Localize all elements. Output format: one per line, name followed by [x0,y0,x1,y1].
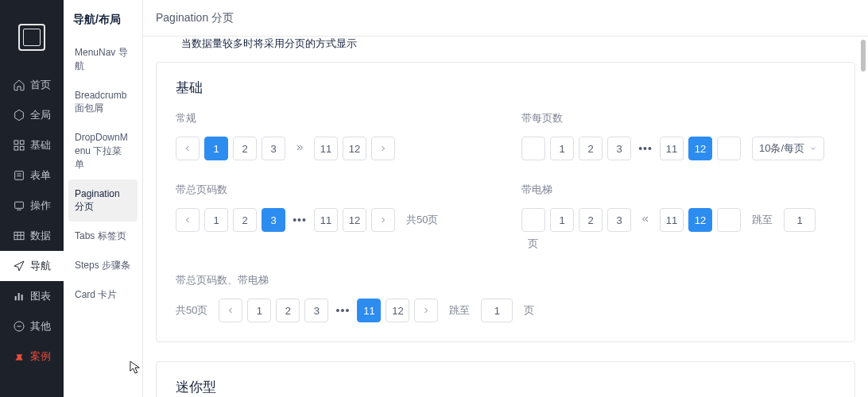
page-button[interactable]: 1 [247,299,271,322]
svg-rect-6 [14,232,24,239]
pagination-perpage: 1 2 3 ••• 11 12 10条/每页 [521,137,835,160]
page-button[interactable]: 3 [304,299,328,322]
menu-item-breadcrumb[interactable]: Breadcrumb 面包屑 [68,81,138,124]
page-button[interactable]: 12 [343,137,366,160]
card-title: 迷你型 [176,378,835,396]
menu-item-tabs[interactable]: Tabs 标签页 [68,222,138,251]
next-button[interactable] [371,137,395,160]
jump-input[interactable] [481,299,513,322]
prev-button[interactable] [219,299,242,322]
svg-rect-9 [21,295,23,300]
jump-label: 跳至 [449,303,470,318]
jump-input[interactable] [784,208,816,232]
ellipsis-icon[interactable]: ••• [290,214,309,226]
page-button[interactable]: 3 [262,137,285,160]
next-button[interactable] [717,208,741,232]
page-button[interactable]: 2 [579,208,603,232]
secondary-sidebar: 导航/布局 MenuNav 导航 Breadcrumb 面包屑 DropDown… [64,0,143,397]
menu-item-steps[interactable]: Steps 步骤条 [68,251,138,280]
page-size-select[interactable]: 10条/每页 [752,137,824,160]
total-text: 共50页 [406,213,438,227]
page-header: Pagination 分页 [143,0,868,37]
ellipsis-icon[interactable]: ••• [333,304,352,317]
svg-rect-8 [18,293,20,300]
prev-button[interactable] [521,137,545,160]
page-button[interactable]: 11 [660,137,684,160]
page-button[interactable]: 1 [550,137,574,160]
page-button[interactable]: 12 [688,137,712,160]
page-button[interactable]: 12 [386,299,409,322]
page-button[interactable]: 2 [579,137,603,160]
card-title: 基础 [176,79,835,97]
page-title: Pagination 分页 [156,11,234,25]
page-button[interactable]: 11 [660,208,684,232]
menu-item-dropdown[interactable]: DropDownMenu 下拉菜单 [68,123,138,179]
pagination-total: 1 2 3 ••• 11 12 共50页 [176,208,490,232]
main-content: Pagination 分页 当数据量较多时将采用分页的方式显示 基础 常规 1 … [143,0,868,397]
scrollbar-thumb[interactable] [861,40,866,71]
page-button[interactable]: 11 [357,299,381,322]
nav-global[interactable]: 全局 [0,100,64,130]
nav-data[interactable]: 数据 [0,221,64,251]
page-button[interactable]: 12 [688,208,712,232]
page-button[interactable]: 1 [204,137,228,160]
prev-button[interactable] [176,137,200,160]
forward-jump-icon[interactable] [290,142,309,155]
svg-rect-3 [20,146,24,150]
page-button[interactable]: 2 [233,137,257,160]
section-label: 带每页数 [521,111,835,125]
svg-rect-1 [20,141,24,145]
svg-rect-5 [15,202,24,208]
page-button[interactable]: 2 [276,299,300,322]
menu-item-card[interactable]: Card 卡片 [68,280,138,310]
page-button[interactable]: 1 [550,208,574,232]
back-jump-icon[interactable] [636,214,655,226]
menu-item-menunav[interactable]: MenuNav 导航 [68,38,138,81]
nav-home[interactable]: 首页 [0,70,64,100]
next-button[interactable] [371,208,395,232]
section-label: 常规 [176,111,490,125]
page-button[interactable]: 1 [204,208,228,232]
nav-other[interactable]: 其他 [0,311,64,341]
svg-rect-2 [14,146,18,150]
jump-unit: 页 [524,303,534,318]
page-button[interactable]: 3 [262,208,285,232]
next-button[interactable] [414,299,438,322]
nav-form[interactable]: 表单 [0,160,64,191]
page-button[interactable]: 3 [607,208,631,232]
nav-chart[interactable]: 图表 [0,281,64,311]
nav-label: 基础 [30,138,51,152]
truncated-description: 当数据量较多时将采用分页的方式显示 [181,37,730,51]
nav-cases[interactable]: 案例 [0,341,64,372]
pagination-total-elevator: 共50页 1 2 3 ••• 11 12 跳至 页 [176,299,835,322]
svg-rect-4 [15,172,24,180]
svg-rect-7 [15,296,17,300]
section-label: 带总页码数 [176,183,490,197]
svg-rect-0 [14,141,18,145]
page-button[interactable]: 3 [607,137,631,160]
page-button[interactable]: 11 [314,208,338,232]
page-button[interactable]: 11 [314,137,338,160]
nav-navigation[interactable]: 导航 [0,251,64,281]
nav-label: 表单 [30,168,51,183]
nav-label: 其他 [30,319,51,333]
prev-button[interactable] [176,208,200,232]
jump-label: 跳至 [752,213,773,227]
section-label: 带总页码数、带电梯 [176,273,835,287]
nav-label: 导航 [30,259,51,273]
menu-item-pagination[interactable]: Pagination 分页 [68,179,138,222]
nav-label: 图表 [30,289,51,303]
logo-icon[interactable] [18,24,45,51]
sidebar-group-title: 导航/布局 [64,13,142,38]
prev-button[interactable] [521,208,545,232]
next-button[interactable] [717,137,741,160]
card-basic: 基础 常规 1 2 3 11 12 带每页数 [156,62,855,342]
page-button[interactable]: 2 [233,208,257,232]
nav-label: 数据 [30,229,51,243]
nav-action[interactable]: 操作 [0,191,64,221]
nav-basic[interactable]: 基础 [0,130,64,160]
total-text: 共50页 [176,303,207,318]
page-button[interactable]: 12 [343,208,366,232]
jump-unit: 页 [528,237,538,251]
ellipsis-icon[interactable]: ••• [636,142,655,155]
